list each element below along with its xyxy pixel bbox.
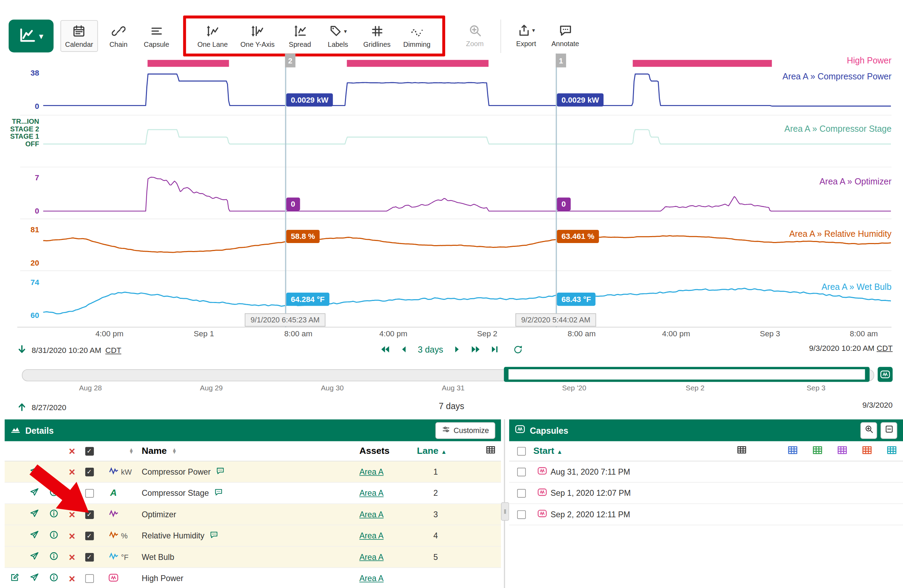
toolbar-button-calendar[interactable]: Calendar (60, 20, 98, 52)
remove-icon[interactable]: × (69, 573, 75, 584)
toolbar-button-labels[interactable]: ▾Labels (321, 20, 355, 52)
add-column-icon[interactable] (486, 445, 496, 458)
info-icon[interactable] (49, 572, 58, 584)
row-checkbox[interactable] (85, 574, 94, 583)
panel-splitter-handle[interactable]: ‖ (501, 502, 509, 521)
y-axis-label-stage[interactable]: TR...ION (0, 118, 39, 126)
pin-to-trend-icon[interactable] (29, 530, 39, 541)
lane-label-humidity[interactable]: Area A » Relative Humidity (789, 229, 892, 239)
asset-link[interactable]: Area A (359, 489, 384, 498)
add-column-icon[interactable] (736, 445, 747, 458)
details-row-wet-bulb[interactable]: ×✓°FWet BulbArea A5 (5, 547, 501, 568)
y-axis-label-stage[interactable]: STAGE 1 (0, 132, 39, 140)
capsule-row[interactable]: Sep 1, 2020 12:07 PM (509, 483, 903, 504)
cursor-badge[interactable]: 1 (556, 54, 566, 68)
y-axis-label-optimizer[interactable]: 7 (0, 173, 39, 182)
asset-link[interactable]: Area A (359, 509, 384, 519)
lane-column-header[interactable]: Lane ▲ (417, 446, 447, 456)
toolbar-button-spread[interactable]: Spread (283, 20, 317, 52)
investigate-selected-range[interactable] (504, 367, 870, 382)
capsule-row[interactable]: Aug 31, 2020 7:11 PM (509, 461, 903, 483)
comment-icon[interactable] (216, 467, 225, 477)
details-row-relative-humidity[interactable]: ×✓%Relative HumidityArea A4 (5, 525, 501, 546)
sort-icon[interactable]: ▲▼ (172, 448, 177, 454)
collapse-panel-button[interactable] (881, 422, 897, 439)
remove-icon[interactable]: × (69, 466, 75, 477)
asset-link[interactable]: Area A (359, 574, 384, 583)
y-axis-label-wetbulb[interactable]: 60 (0, 311, 39, 320)
lane-label-stage[interactable]: Area A » Compressor Stage (785, 124, 892, 134)
lane-label-wetbulb[interactable]: Area A » Wet Bulb (821, 281, 892, 291)
step-back-button[interactable] (399, 344, 410, 355)
row-checkbox[interactable]: ✓ (85, 531, 94, 540)
edit-icon[interactable] (9, 572, 19, 584)
comment-icon[interactable] (214, 488, 223, 498)
pin-to-trend-icon[interactable] (29, 466, 39, 477)
step-back-fast-button[interactable] (379, 344, 391, 355)
customize-button[interactable]: Customize (435, 422, 495, 439)
y-axis-label-stage[interactable]: OFF (0, 140, 39, 148)
asset-link[interactable]: Area A (359, 531, 384, 541)
capsule-time-button[interactable] (878, 367, 893, 382)
asset-link[interactable]: Area A (359, 552, 384, 562)
toolbar-button-one-lane[interactable]: One Lane (193, 20, 232, 52)
toolbar-button-gridlines[interactable]: Gridlines (359, 20, 395, 52)
capsule-table-column-icon-4[interactable] (886, 445, 897, 458)
details-row-compressor-power[interactable]: ×✓kWCompressor PowerArea A1 (5, 461, 501, 483)
info-icon[interactable] (49, 530, 58, 541)
capsule-table-column-icon-3[interactable] (861, 445, 873, 458)
y-axis-label-power[interactable]: 38 (0, 69, 39, 77)
capsule-table-column-icon-2[interactable] (837, 445, 848, 458)
step-forward-fast-button[interactable] (470, 344, 481, 355)
duration-label[interactable]: 3 days (418, 344, 443, 354)
row-checkbox[interactable]: ✓ (85, 510, 94, 519)
toolbar-button-annotate[interactable]: Annotate (547, 19, 584, 51)
capsule-checkbox[interactable] (517, 510, 525, 519)
zoom-to-capsule-button[interactable] (861, 422, 877, 439)
toolbar-button-capsule[interactable]: Capsule (139, 20, 174, 52)
arrow-down-icon[interactable] (16, 344, 28, 357)
info-icon[interactable] (49, 551, 58, 563)
pin-to-trend-icon[interactable] (29, 509, 39, 520)
details-row-high-power[interactable]: ×High PowerArea A (5, 568, 501, 588)
toolbar-button-one-y-axis[interactable]: One Y-Axis (236, 20, 279, 52)
toolbar-button-chain[interactable]: Chain (101, 20, 136, 52)
pin-to-trend-icon[interactable] (29, 572, 39, 584)
y-axis-label-optimizer[interactable]: 0 (0, 207, 39, 215)
name-column-header[interactable]: Name (142, 446, 167, 456)
info-icon[interactable] (49, 509, 58, 520)
pin-to-trend-icon[interactable] (29, 551, 39, 563)
row-checkbox[interactable]: ✓ (85, 467, 94, 476)
toolbar-button-export[interactable]: ▾Export (509, 19, 544, 51)
sort-icon[interactable]: ▲▼ (129, 448, 134, 454)
capsule-table-column-icon-0[interactable] (787, 445, 798, 458)
comment-icon[interactable] (210, 530, 219, 541)
pin-to-trend-icon[interactable] (29, 487, 39, 499)
y-axis-label-humidity[interactable]: 20 (0, 259, 39, 267)
capsule-checkbox[interactable] (517, 489, 525, 497)
select-all-capsules-checkbox[interactable] (517, 447, 525, 455)
capsule-table-column-icon-1[interactable] (812, 445, 823, 458)
y-axis-label-humidity[interactable]: 81 (0, 225, 39, 234)
timezone-link[interactable]: CDT (877, 344, 893, 352)
assets-column-header[interactable]: Assets (359, 446, 390, 456)
toolbar-button-dimming[interactable]: Dimming (399, 20, 435, 52)
row-checkbox[interactable] (85, 489, 94, 497)
remove-icon[interactable]: × (69, 530, 75, 541)
info-icon[interactable] (49, 487, 58, 499)
remove-icon[interactable]: × (69, 487, 75, 498)
lane-label-optimizer[interactable]: Area A » Optimizer (820, 176, 892, 186)
step-to-end-button[interactable] (489, 344, 500, 355)
refresh-icon[interactable] (513, 344, 524, 355)
remove-icon[interactable]: × (69, 509, 75, 520)
cursor-badge[interactable]: 2 (285, 54, 295, 68)
step-forward-button[interactable] (452, 344, 463, 355)
remove-all-button[interactable]: × (69, 445, 75, 457)
y-axis-label-power[interactable]: 0 (0, 102, 39, 111)
remove-icon[interactable]: × (69, 552, 75, 563)
arrow-up-icon[interactable] (16, 401, 28, 414)
start-column-header[interactable]: Start ▲ (533, 446, 562, 456)
timezone-link[interactable]: CDT (105, 346, 121, 355)
condition-label-high-power[interactable]: High Power (847, 55, 892, 65)
capsule-row[interactable]: Sep 2, 2020 12:11 PM (509, 504, 903, 525)
